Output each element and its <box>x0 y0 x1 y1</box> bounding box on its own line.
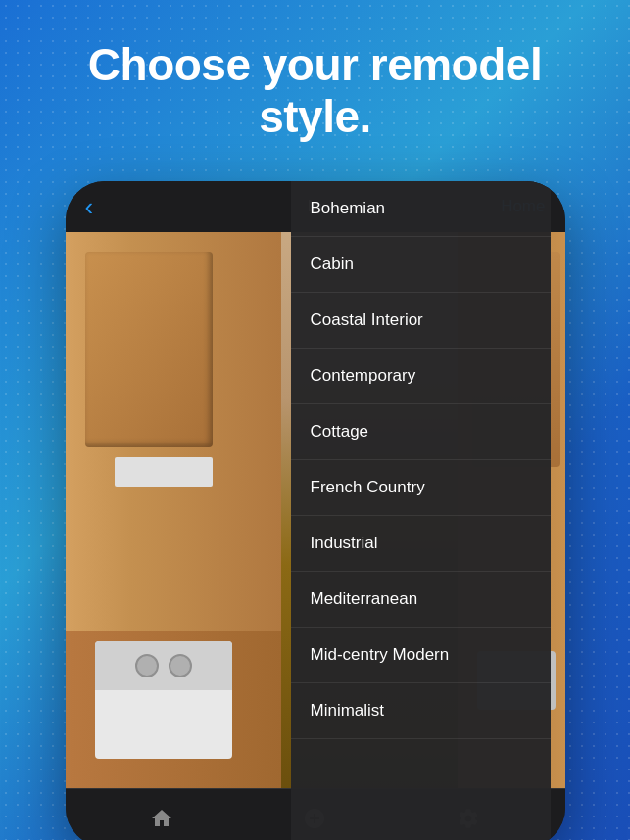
kitchen-left-cabinets <box>66 232 281 788</box>
dropdown-item-bohemian[interactable]: Bohemian <box>291 181 551 237</box>
dropdown-item-mid-century-modern[interactable]: Mid-centry Modern <box>291 628 551 683</box>
back-button[interactable]: ‹ <box>85 194 94 219</box>
home-icon <box>150 807 173 830</box>
dropdown-item-industrial[interactable]: Industrial <box>291 516 551 572</box>
dropdown-item-mediterranean[interactable]: Mediterranean <box>291 572 551 628</box>
burner-2 <box>169 654 192 677</box>
dropdown-item-minimalist[interactable]: Minimalist <box>291 683 551 739</box>
dropdown-item-cabin[interactable]: Cabin <box>291 237 551 293</box>
stove-top <box>95 641 232 690</box>
range-hood <box>115 457 213 487</box>
dropdown-item-contemporary[interactable]: Contemporary <box>291 349 551 404</box>
style-dropdown[interactable]: Bohemian Cabin Coastal Interior Contempo… <box>291 181 551 840</box>
tab-home[interactable] <box>148 805 175 832</box>
cabinet-lower-left <box>66 631 281 788</box>
dropdown-item-cottage[interactable]: Cottage <box>291 404 551 460</box>
hero-section: Choose your remodel style. <box>0 0 630 163</box>
hero-title: Choose your remodel style. <box>0 0 630 163</box>
cabinet-top-left <box>85 252 213 447</box>
dropdown-item-french-country[interactable]: French Country <box>291 460 551 516</box>
stove <box>95 641 232 759</box>
burner-1 <box>135 654 159 677</box>
dropdown-item-coastal-interior[interactable]: Coastal Interior <box>291 293 551 349</box>
phone-mockup: ‹ In Home Bohemian Cabin <box>66 181 565 840</box>
